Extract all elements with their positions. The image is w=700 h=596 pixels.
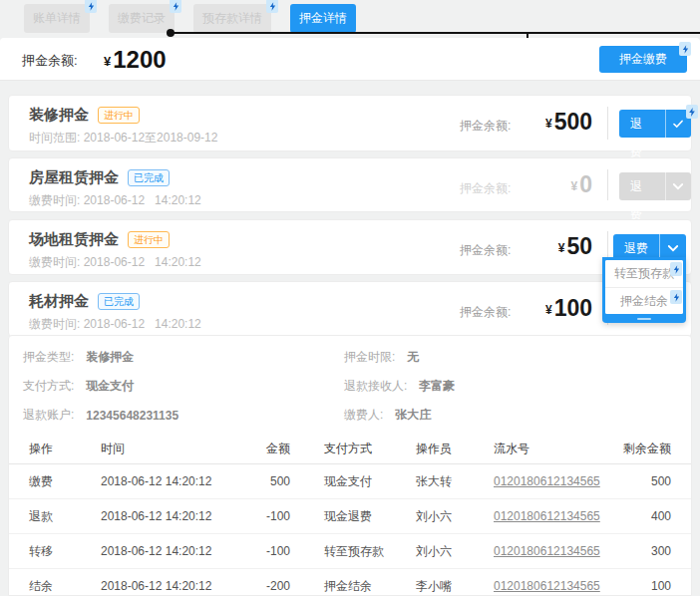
table-header-row: 操作 时间 金额 支付方式 操作员 流水号 剩余金额	[9, 434, 691, 464]
cell-operator: 张大转	[416, 473, 494, 490]
currency-symbol: ¥	[545, 303, 552, 317]
card-title: 房屋租赁押金	[29, 168, 119, 187]
currency-symbol: ¥	[104, 54, 111, 69]
col-header: 金额	[240, 441, 290, 457]
scroll-hint	[637, 318, 651, 320]
cell-pay-method: 现金退费	[324, 508, 416, 525]
card-title: 耗材押金	[29, 292, 89, 311]
serial-number-link[interactable]: 0120180612134565	[494, 474, 600, 488]
deposit-detail-panel: 押金类型: 装修押金 押金时限: 无 支付方式: 现金支付 退款接收人: 李富豪…	[8, 335, 692, 596]
table-row: 转移 2018-06-12 14:20:12 -100 转至预存款 刘小六 01…	[9, 534, 691, 569]
detail-label: 缴费人:	[344, 407, 383, 424]
refund-dropdown-toggle	[665, 172, 691, 200]
meta-label: 缴费时间:	[29, 193, 80, 207]
refund-dropdown-menu: 转至预存款 押金结余	[602, 257, 686, 323]
detail-value: 李富豪	[419, 378, 455, 395]
cell-amount: -100	[240, 544, 290, 558]
detail-value: 无	[407, 349, 419, 366]
cell-time: 2018-06-12 14:20:12	[101, 544, 240, 558]
serial-number-link[interactable]: 0120180612134565	[494, 509, 600, 523]
cell-amount: -200	[240, 579, 290, 593]
card-meta: 缴费时间: 2018-06-12 14:20:12	[29, 254, 201, 271]
meta-label: 缴费时间:	[29, 317, 80, 331]
cell-remaining: 300	[623, 544, 671, 558]
cell-pay-method: 押金结余	[324, 578, 416, 595]
card-meta: 缴费时间: 2018-06-12 14:20:12	[29, 316, 201, 333]
tab-label: 预存款详情	[202, 11, 262, 25]
menu-item-transfer-to-prepaid[interactable]: 转至预存款	[605, 260, 683, 287]
detail-label: 退款接收人:	[344, 378, 407, 395]
card-balance-amount: ¥50	[503, 233, 592, 260]
lightning-badge-icon	[266, 0, 278, 13]
balance-label: 押金余额:	[22, 52, 78, 70]
divider	[607, 107, 608, 140]
col-header: 操作	[29, 441, 101, 457]
tab-deposit-details[interactable]: 押金详情	[290, 4, 356, 33]
refund-button: 退费	[619, 172, 665, 200]
cell-operator: 刘小六	[416, 508, 494, 525]
lightning-badge-icon	[670, 262, 682, 276]
tab-payment-records[interactable]: 缴费记录	[109, 4, 175, 33]
cell-remaining: 400	[623, 509, 671, 523]
col-header: 流水号	[494, 441, 623, 457]
tab-label: 账单详情	[33, 11, 81, 25]
cell-operator: 刘小六	[416, 543, 494, 560]
deposit-card-site-rent: 场地租赁押金 进行中 缴费时间: 2018-06-12 14:20:12 押金余…	[8, 219, 692, 275]
meta-value: 2018-06-12 14:20:12	[84, 193, 201, 207]
cell-operation: 结余	[29, 578, 101, 595]
lightning-badge-icon	[679, 42, 691, 56]
card-meta: 缴费时间: 2018-06-12 14:20:12	[29, 192, 201, 209]
currency-symbol: ¥	[558, 241, 565, 255]
cell-operation: 退款	[29, 508, 101, 525]
refund-check-toggle[interactable]	[665, 110, 691, 138]
table-row: 退款 2018-06-12 14:20:12 -100 现金退费 刘小六 012…	[9, 499, 691, 534]
cell-time: 2018-06-12 14:20:12	[101, 474, 240, 488]
cell-operation: 转移	[29, 543, 101, 560]
lightning-badge-icon	[670, 290, 682, 304]
serial-number-link[interactable]: 0120180612134565	[494, 544, 600, 558]
balance-amount: ¥1200	[104, 46, 167, 74]
amount-value: 50	[566, 233, 592, 259]
card-title: 场地租赁押金	[29, 230, 119, 249]
card-balance-amount: ¥100	[503, 295, 592, 322]
meta-label: 缴费时间:	[29, 255, 80, 269]
amount-value: 0	[579, 171, 592, 197]
menu-item-deposit-settle[interactable]: 押金结余	[605, 287, 683, 314]
cell-remaining: 500	[623, 474, 671, 488]
cell-operator: 李小嘴	[416, 578, 494, 595]
lightning-badge-icon	[170, 0, 181, 13]
deposit-pay-button[interactable]: 押金缴费	[599, 46, 687, 73]
status-badge: 已完成	[128, 169, 170, 186]
refund-split-button-disabled: 退费	[619, 172, 691, 200]
tab-prepaid-details[interactable]: 预存款详情	[193, 4, 271, 33]
serial-number-link[interactable]: 0120180612134565	[494, 579, 600, 593]
meta-value: 2018-06-12 14:20:12	[84, 255, 201, 269]
annotation-line	[172, 32, 700, 34]
meta-label: 时间范围:	[29, 131, 80, 145]
currency-symbol: ¥	[571, 179, 578, 193]
deposit-card-consumables: 耗材押金 已完成 缴费时间: 2018-06-12 14:20:12 押金余额:…	[8, 281, 692, 337]
deposit-card-house-rent: 房屋租赁押金 已完成 缴费时间: 2018-06-12 14:20:12 押金余…	[8, 157, 692, 212]
detail-value: 张大庄	[395, 407, 431, 424]
card-title: 装修押金	[29, 106, 89, 125]
card-meta: 时间范围: 2018-06-12至2018-09-12	[29, 130, 217, 147]
col-header: 操作员	[416, 441, 494, 457]
amount-value: 100	[554, 295, 592, 321]
col-header: 剩余金额	[623, 441, 671, 457]
cell-amount: 500	[240, 474, 290, 488]
meta-value: 2018-06-12至2018-09-12	[84, 131, 218, 145]
amount-value: 500	[554, 109, 592, 135]
detail-label: 押金类型:	[23, 349, 74, 366]
divider	[607, 169, 608, 200]
detail-label: 支付方式:	[23, 378, 74, 395]
currency-symbol: ¥	[545, 117, 552, 131]
tab-bill-details[interactable]: 账单详情	[24, 4, 90, 33]
cell-operation: 缴费	[29, 473, 101, 490]
detail-label: 退款账户:	[23, 407, 74, 424]
table-row: 结余 2018-06-12 14:20:12 -200 押金结余 李小嘴 012…	[9, 569, 691, 596]
deposit-card-renovation: 装修押金 进行中 时间范围: 2018-06-12至2018-09-12 押金余…	[8, 95, 692, 151]
refund-button[interactable]: 退费	[619, 110, 665, 138]
card-balance-amount: ¥0	[503, 171, 592, 198]
menu-item-label: 转至预存款	[614, 266, 674, 280]
tab-bar: 账单详情 缴费记录 预存款详情 押金详情	[24, 4, 356, 33]
